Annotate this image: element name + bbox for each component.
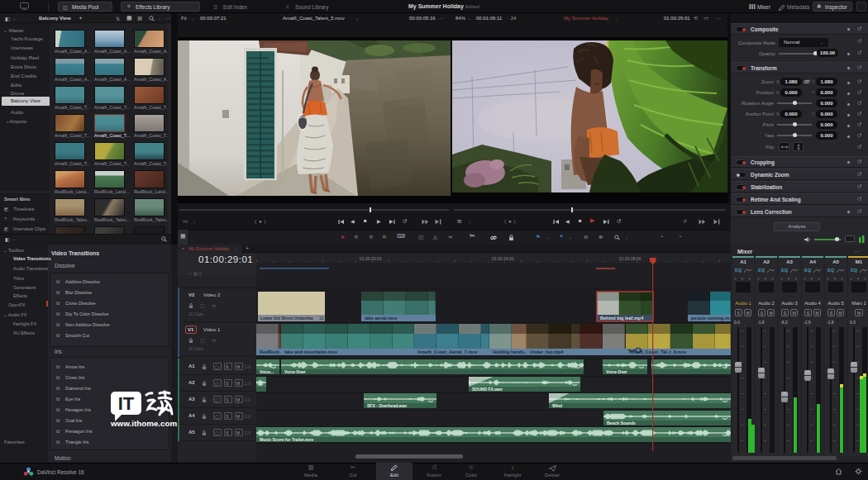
svg-text:Voice Over: Voice Over: [284, 369, 306, 374]
svg-text:SOUND FX.wav: SOUND FX.wav: [472, 387, 503, 392]
svg-text:SFX - Overhead.wav: SFX - Overhead.wav: [367, 403, 407, 408]
svg-text:Lower 3rd Shoot Underline: Lower 3rd Shoot Underline: [260, 316, 313, 321]
svg-text:Music Score for Trailer.mov: Music Score for Trailer.mov: [260, 437, 314, 442]
svg-text:Under_hut.mp4: Under_hut.mp4: [530, 349, 564, 354]
svg-text:Behind big leaf.mp4: Behind big leaf.mp4: [600, 316, 644, 321]
svg-text:people running.mov: people running.mov: [691, 316, 731, 321]
svg-text:Holding hands...: Holding hands...: [493, 349, 528, 354]
svg-text:01:00:20:00: 01:00:20:00: [360, 256, 382, 261]
svg-text:Voice...: Voice...: [260, 369, 274, 374]
svg-text:Voice Over: Voice Over: [606, 369, 627, 374]
svg-text:lake and mountains.mov: lake and mountains.mov: [284, 349, 338, 354]
svg-text:01:00:28:00: 01:00:28:00: [619, 256, 641, 261]
svg-text:RedRock...: RedRock...: [260, 349, 284, 354]
svg-text:Wind: Wind: [552, 403, 562, 408]
svg-text:IT: IT: [118, 393, 135, 414]
svg-text:Amalfi_Coast_Tal..t_8.mov: Amalfi_Coast_Tal..t_8.mov: [629, 349, 688, 354]
svg-text:Amalfi_Coast_Aerial_7.mov: Amalfi_Coast_Aerial_7.mov: [417, 349, 478, 354]
svg-text:lake aerial.mov: lake aerial.mov: [365, 316, 398, 321]
svg-text:01:00:24:00: 01:00:24:00: [492, 256, 514, 261]
svg-text:Beach Sounds: Beach Sounds: [607, 421, 636, 425]
svg-text:www.ithome.com: www.ithome.com: [110, 419, 177, 428]
svg-text:12: 12: [319, 316, 324, 321]
